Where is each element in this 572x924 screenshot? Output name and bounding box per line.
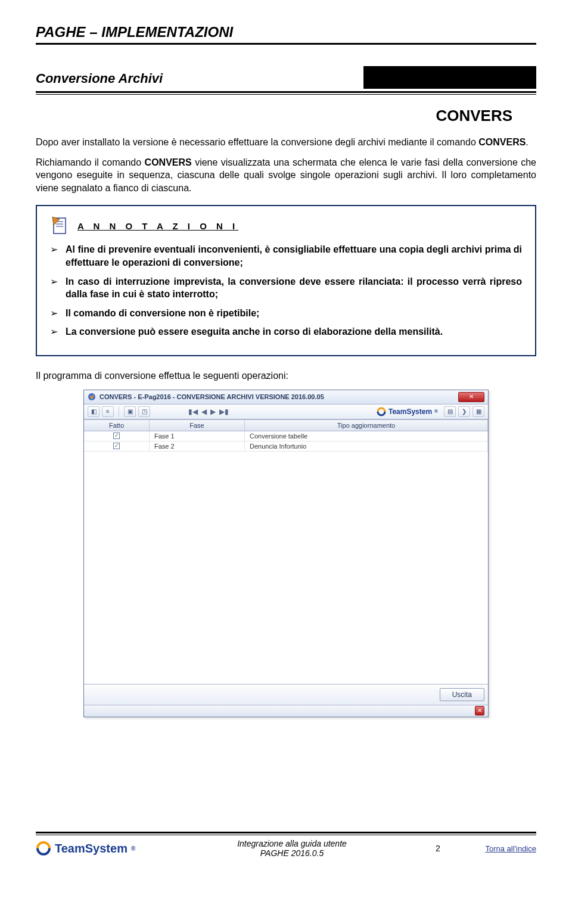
section-label: CONVERS: [36, 107, 536, 125]
paragraph-2: Richiamando il comando CONVERS viene vis…: [36, 156, 536, 195]
cell: Fase 1: [150, 431, 245, 441]
toolbar-button[interactable]: ◳: [138, 406, 150, 417]
hr-thin: [36, 94, 536, 95]
separator: [119, 406, 119, 417]
table-row: ✓ Fase 1 Conversione tabelle: [84, 431, 488, 441]
list-item: La conversione può essere eseguita anche…: [50, 325, 522, 338]
close-button[interactable]: ✕: [458, 392, 484, 402]
toolbar-button[interactable]: ▤: [444, 406, 456, 417]
nav-first-icon[interactable]: ▮◀: [188, 407, 198, 416]
page-title: PAGHE – IMPLEMENTAZIONI: [36, 24, 536, 45]
text: Richiamando il comando: [36, 157, 145, 167]
footer-center: Integrazione alla guida utente PAGHE 201…: [167, 839, 417, 858]
list-item: Al fine di prevenire eventuali inconveni…: [50, 243, 522, 269]
list-item: Il comando di conversione non è ripetibi…: [50, 307, 522, 320]
footer-brand-text: TeamSystem: [55, 842, 128, 855]
brand-logo: TeamSystem®: [373, 407, 442, 416]
checkbox-checked-icon: ✓: [113, 443, 120, 449]
column-header: Tipo aggiornamento: [245, 420, 488, 431]
annotations-box: A N N O T A Z I O N I Al fine di preveni…: [36, 205, 536, 356]
table-row: ✓ Fase 2 Denuncia Infortunio: [84, 441, 488, 452]
window-statusbar: ✕: [84, 705, 488, 717]
annotations-title: A N N O T A Z I O N I: [77, 221, 238, 231]
hr-thick: [36, 91, 536, 93]
app-window: CONVERS - E-Pag2016 - CONVERSIONE ARCHIV…: [83, 390, 489, 717]
column-header: Fase: [150, 420, 245, 431]
paragraph-3: Il programma di conversione effettua le …: [36, 369, 536, 382]
footer-line2: PAGHE 2016.0.5: [167, 848, 417, 858]
table-header: Fatto Fase Tipo aggiornamento: [84, 420, 488, 431]
toolbar-button[interactable]: ◧: [88, 406, 100, 417]
page-footer: TeamSystem® Integrazione alla guida uten…: [36, 832, 536, 858]
table-body-empty: [84, 452, 488, 684]
nav-next-icon[interactable]: ▶: [210, 407, 216, 416]
app-icon: [88, 393, 96, 401]
toolbar-button[interactable]: ❯: [458, 406, 470, 417]
window-toolbar: ◧ ≡ ▣ ◳ ▮◀ ◀ ▶ ▶▮ TeamSystem® ▤ ❯ ▦: [84, 405, 488, 419]
close-icon[interactable]: ✕: [475, 706, 484, 715]
text: Dopo aver installato la versione è neces…: [36, 137, 478, 147]
window-titlebar: CONVERS - E-Pag2016 - CONVERSIONE ARCHIV…: [84, 390, 488, 405]
text: .: [526, 137, 528, 147]
back-to-index-link[interactable]: Torna all'indice: [459, 844, 536, 853]
text-bold: CONVERS: [478, 137, 526, 147]
checkbox-checked-icon: ✓: [113, 433, 120, 439]
nav-prev-icon[interactable]: ◀: [201, 407, 207, 416]
cell: Fase 2: [150, 441, 245, 451]
footer-line1: Integrazione alla guida utente: [167, 839, 417, 848]
toolbar-button[interactable]: ≡: [102, 406, 114, 417]
cell: Conversione tabelle: [245, 431, 488, 441]
annotations-list: Al fine di prevenire eventuali inconveni…: [50, 243, 522, 338]
section-subtitle: Conversione Archivi: [36, 66, 363, 89]
paragraph-1: Dopo aver installato la versione è neces…: [36, 136, 536, 149]
toolbar-button[interactable]: ▣: [124, 406, 136, 417]
text-bold: CONVERS: [145, 157, 192, 167]
nav-last-icon[interactable]: ▶▮: [219, 407, 229, 416]
cell: Denuncia Infortunio: [245, 441, 488, 451]
column-header: Fatto: [84, 420, 150, 431]
table: Fatto Fase Tipo aggiornamento ✓ Fase 1 C…: [84, 419, 488, 684]
window-title: CONVERS - E-Pag2016 - CONVERSIONE ARCHIV…: [100, 393, 458, 400]
brand-text: TeamSystem: [388, 407, 432, 416]
black-box-decor: [363, 66, 536, 89]
page-number: 2: [417, 844, 459, 853]
note-icon: [50, 216, 70, 236]
window-footer: Uscita: [84, 684, 488, 705]
footer-logo: TeamSystem®: [36, 841, 167, 856]
exit-button[interactable]: Uscita: [440, 688, 484, 701]
list-item: In caso di interruzione imprevista, la c…: [50, 275, 522, 301]
toolbar-button[interactable]: ▦: [472, 406, 484, 417]
